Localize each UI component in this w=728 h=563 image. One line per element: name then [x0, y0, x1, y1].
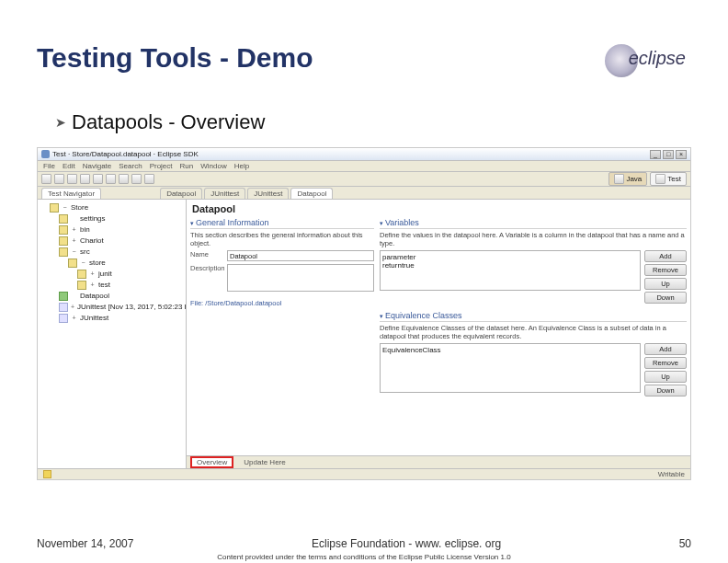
- footer-date: November 14, 2007: [37, 537, 133, 550]
- toolbar-icon[interactable]: [67, 174, 77, 184]
- tree-item[interactable]: −store: [68, 258, 183, 269]
- tree-item[interactable]: +bin: [59, 224, 183, 236]
- footer-center: Eclipse Foundation - www. eclipse. org: [133, 537, 678, 550]
- variables-add-button[interactable]: Add: [644, 250, 687, 262]
- bullet-text: Datapools - Overview: [72, 110, 265, 134]
- bullet-item: ➤ Datapools - Overview: [55, 110, 265, 134]
- menu-help[interactable]: Help: [234, 162, 249, 170]
- main-toolbar: Java Test: [38, 172, 690, 187]
- ide-screenshot: Test · Store/Datapool.datapool · Eclipse…: [37, 147, 691, 480]
- tree-item[interactable]: settings: [59, 213, 183, 224]
- menu-window[interactable]: Window: [200, 162, 226, 170]
- section-equiv-desc: Define Equivalence Classes of the datase…: [380, 324, 687, 340]
- menu-edit[interactable]: Edit: [63, 162, 75, 170]
- name-input[interactable]: Datapool: [227, 250, 374, 261]
- window-titlebar: Test · Store/Datapool.datapool · Eclipse…: [38, 148, 690, 161]
- tree-root[interactable]: −Store: [50, 202, 183, 213]
- tab-overview[interactable]: Overview: [190, 456, 233, 468]
- bullet-arrow-icon: ➤: [55, 115, 66, 130]
- tree-item[interactable]: −src: [59, 247, 183, 258]
- variables-remove-button[interactable]: Remove: [644, 264, 687, 276]
- editor-bottom-tabs: Overview Update Here: [187, 455, 690, 468]
- app-icon: [41, 150, 50, 158]
- equiv-listbox[interactable]: EquivalenceClass: [380, 343, 641, 393]
- toolbar-icon[interactable]: [144, 174, 154, 184]
- java-icon: [614, 174, 624, 184]
- equiv-remove-button[interactable]: Remove: [644, 357, 687, 369]
- section-equiv-heading[interactable]: Equivalence Classes: [380, 311, 687, 322]
- list-item[interactable]: parameter: [382, 253, 638, 261]
- status-icon: [43, 470, 51, 478]
- toolbar-icon[interactable]: [131, 174, 142, 184]
- section-general-desc: This section describes the general infor…: [190, 231, 374, 247]
- description-label: Description: [190, 264, 223, 272]
- tree-item[interactable]: +Chariot: [59, 236, 183, 247]
- test-icon: [655, 174, 665, 184]
- equiv-add-button[interactable]: Add: [644, 343, 687, 355]
- tab-navigator[interactable]: Test Navigator: [41, 188, 101, 199]
- statusbar: Writable: [38, 468, 690, 479]
- tab-editor[interactable]: JUnittest: [247, 188, 289, 199]
- list-item[interactable]: EquivalenceClass: [382, 346, 638, 354]
- toolbar-icon[interactable]: [41, 174, 51, 184]
- description-textarea[interactable]: [227, 264, 374, 292]
- perspective-test[interactable]: Test: [650, 172, 687, 186]
- footer-page-number: 50: [679, 537, 691, 550]
- variables-listbox[interactable]: parameter returntrue: [380, 250, 641, 291]
- list-item[interactable]: returntrue: [382, 261, 638, 270]
- menu-project[interactable]: Project: [150, 162, 173, 170]
- footer-license: Content provided under the terms and con…: [0, 553, 728, 561]
- editor-pane: Datapool General Information This sectio…: [187, 200, 690, 468]
- maximize-button[interactable]: □: [663, 150, 674, 159]
- tree-item[interactable]: +JUnittest [Nov 13, 2017, 5:02:23 PM]: [59, 302, 183, 313]
- editor-tabstrip: Test Navigator Datapool JUnittest JUnitt…: [38, 187, 690, 200]
- close-button[interactable]: ×: [676, 150, 687, 159]
- tab-editor-active[interactable]: Datapool: [290, 188, 333, 199]
- tab-update[interactable]: Update Here: [239, 458, 290, 466]
- eclipse-logo: eclipse: [629, 48, 691, 69]
- section-general-heading[interactable]: General Information: [190, 218, 374, 229]
- tree-item-datapool[interactable]: Datapool: [59, 291, 183, 302]
- menu-navigate[interactable]: Navigate: [83, 162, 112, 170]
- status-writable: Writable: [658, 470, 685, 478]
- equiv-up-button[interactable]: Up: [644, 371, 687, 383]
- menu-file[interactable]: File: [43, 162, 55, 170]
- file-path-link[interactable]: File: /Store/Datapool.datapool: [190, 299, 374, 307]
- section-variables-desc: Define the values in the datapool here. …: [380, 231, 687, 247]
- toolbar-icon[interactable]: [106, 174, 116, 184]
- perspective-java[interactable]: Java: [609, 172, 647, 186]
- navigator-tree[interactable]: −Store settings +bin +Chariot −src −stor…: [38, 200, 187, 468]
- toolbar-icon[interactable]: [93, 174, 103, 184]
- minimize-button[interactable]: _: [650, 150, 661, 159]
- window-title: Test · Store/Datapool.datapool · Eclipse…: [52, 150, 199, 158]
- toolbar-icon[interactable]: [80, 174, 90, 184]
- section-variables-heading[interactable]: Variables: [380, 218, 687, 229]
- tab-editor[interactable]: JUnittest: [204, 188, 245, 199]
- toolbar-icon[interactable]: [119, 174, 129, 184]
- tree-item[interactable]: +JUnittest: [59, 313, 183, 324]
- slide-title: Testing Tools - Demo: [37, 42, 313, 74]
- tab-editor[interactable]: Datapool: [160, 188, 202, 199]
- menu-search[interactable]: Search: [119, 162, 142, 170]
- tree-item[interactable]: +junit: [77, 269, 183, 280]
- menubar: File Edit Navigate Search Project Run Wi…: [38, 161, 690, 172]
- equiv-down-button[interactable]: Down: [644, 385, 687, 396]
- variables-down-button[interactable]: Down: [644, 292, 687, 304]
- variables-up-button[interactable]: Up: [644, 278, 687, 290]
- name-label: Name: [190, 250, 223, 259]
- toolbar-icon[interactable]: [54, 174, 64, 184]
- menu-run[interactable]: Run: [180, 162, 194, 170]
- editor-title: Datapool: [187, 200, 690, 218]
- tree-item[interactable]: +test: [77, 280, 183, 291]
